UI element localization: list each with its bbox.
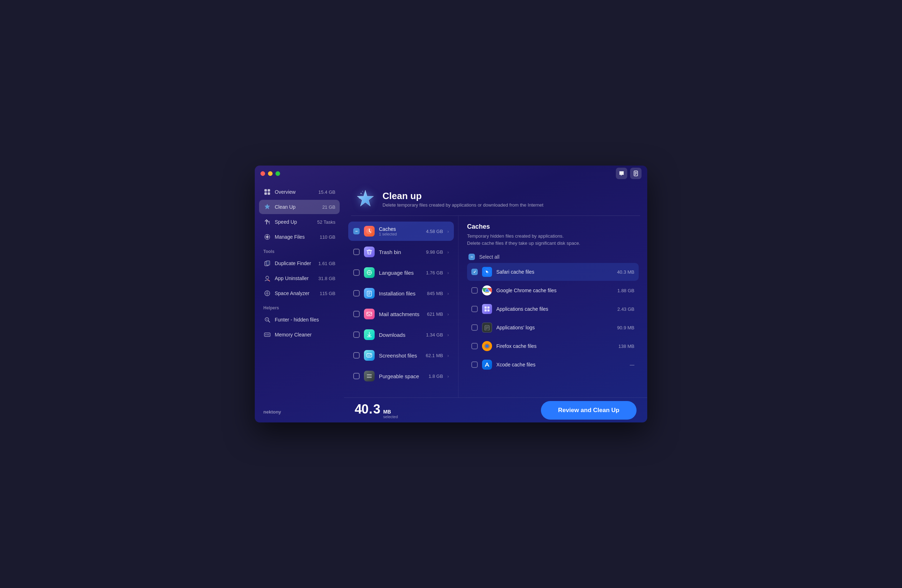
trash-checkbox[interactable] — [353, 249, 360, 255]
select-all-row: Select all — [467, 254, 639, 260]
caches-label: Caches — [379, 226, 422, 232]
size-unit-main: MB — [383, 409, 398, 414]
funter-icon — [263, 316, 271, 324]
detail-panel: Caches Temporary hidden files created by… — [458, 216, 647, 397]
purgeable-label: Purgeable space — [379, 373, 424, 379]
purgeable-icon — [364, 371, 375, 382]
sidebar-space-value: 115 GB — [320, 291, 335, 296]
sidebar-item-space[interactable]: Space Analyzer 115 GB — [259, 286, 340, 300]
svg-point-16 — [266, 276, 269, 279]
close-button[interactable] — [260, 171, 265, 176]
apps-logs-label: Applications' logs — [496, 325, 613, 330]
sidebar-item-funter[interactable]: Funter - hidden files — [259, 313, 340, 327]
content-area: Caches 1 selected 4.58 GB › — [344, 216, 647, 397]
svg-rect-25 — [267, 334, 268, 335]
safari-checkbox[interactable] — [471, 269, 478, 275]
maximize-button[interactable] — [276, 171, 280, 176]
managefiles-icon — [263, 233, 271, 241]
language-label: Language files — [379, 270, 422, 276]
sidebar-item-overview[interactable]: Overview 15.4 GB — [259, 185, 340, 199]
svg-rect-2 — [635, 173, 637, 174]
svg-line-21 — [268, 321, 270, 322]
installation-size: 845 MB — [427, 291, 443, 296]
mail-size: 621 MB — [427, 311, 443, 317]
brand-label: nektony — [259, 407, 340, 419]
mail-checkbox[interactable] — [353, 311, 360, 317]
sidebar-item-uninstaller[interactable]: App Uninstaller 31.8 GB — [259, 271, 340, 285]
sidebar-item-duplicate[interactable]: Duplicate Finder 1.61 GB — [259, 256, 340, 271]
downloads-size: 1.34 GB — [426, 332, 443, 338]
detail-description: Temporary hidden files created by applic… — [467, 233, 639, 247]
svg-rect-46 — [367, 374, 372, 375]
cache-item-apps-logs[interactable]: Applications' logs 90.9 MB — [467, 319, 639, 336]
purgeable-checkbox[interactable] — [353, 373, 360, 379]
cleanup-icon — [263, 203, 271, 211]
apps-logs-icon — [482, 322, 492, 333]
clipboard-icon-button[interactable] — [630, 168, 642, 179]
selected-size-display: 40 . 3 MB selected — [355, 402, 541, 419]
chat-icon-button[interactable] — [616, 168, 627, 179]
cache-item-apps-cache[interactable]: Applications cache files 2.43 GB — [467, 300, 639, 318]
space-icon — [263, 289, 271, 297]
category-item-trash[interactable]: Trash bin 9.98 GB › — [348, 242, 454, 261]
sidebar-overview-label: Overview — [275, 189, 315, 195]
apps-cache-checkbox[interactable] — [471, 306, 478, 312]
panel-header: Clean up Delete temporary files created … — [344, 181, 647, 216]
apps-cache-label: Applications cache files — [496, 306, 613, 312]
sidebar-memory-label: Memory Cleaner — [275, 332, 335, 338]
svg-rect-24 — [265, 334, 266, 335]
svg-point-29 — [362, 191, 363, 192]
category-item-mail[interactable]: Mail attachments 621 MB › — [348, 304, 454, 324]
cache-items-list: Safari cache files 40.3 MB — [467, 263, 639, 374]
svg-rect-15 — [266, 261, 270, 265]
screenshots-size: 62.1 MB — [426, 353, 443, 358]
chrome-checkbox[interactable] — [471, 287, 478, 294]
language-checkbox[interactable] — [353, 269, 360, 276]
sidebar-cleanup-value: 21 GB — [322, 205, 335, 210]
overview-icon — [263, 188, 271, 196]
svg-point-56 — [485, 289, 489, 292]
cache-item-safari[interactable]: Safari cache files 40.3 MB — [467, 263, 639, 281]
installation-checkbox[interactable] — [353, 290, 360, 297]
category-item-installation[interactable]: Installation files 845 MB › — [348, 284, 454, 303]
uninstaller-icon — [263, 274, 271, 282]
category-item-purgeable[interactable]: Purgeable space 1.8 GB › — [348, 366, 454, 386]
select-all-label: Select all — [479, 254, 500, 260]
sidebar-item-memory[interactable]: Memory Cleaner — [259, 328, 340, 342]
cache-item-chrome[interactable]: Google Chrome cache files 1.88 GB — [467, 281, 639, 299]
downloads-checkbox[interactable] — [353, 332, 360, 338]
titlebar-icons — [616, 168, 642, 179]
sidebar-item-managefiles[interactable]: Manage Files 110 GB — [259, 230, 340, 244]
installation-chevron: › — [448, 291, 449, 296]
sidebar-item-cleanup[interactable]: Clean Up 21 GB — [259, 200, 340, 214]
minimize-button[interactable] — [268, 171, 272, 176]
sidebar-item-speedup[interactable]: Speed Up 52 Tasks — [259, 215, 340, 229]
cache-item-firefox[interactable]: Firefox cache files 138 MB — [467, 337, 639, 355]
category-item-downloads[interactable]: Downloads 1.34 GB › — [348, 325, 454, 344]
firefox-cache-size: 138 MB — [619, 344, 634, 349]
safari-app-icon — [482, 267, 492, 277]
category-item-language[interactable]: Language files 1.76 GB › — [348, 263, 454, 282]
apps-logs-checkbox[interactable] — [471, 324, 478, 331]
select-all-checkbox[interactable] — [468, 254, 475, 260]
sidebar-duplicate-label: Duplicate Finder — [275, 260, 315, 266]
category-item-screenshots[interactable]: Screenshot files 62.1 MB › — [348, 346, 454, 365]
caches-checkbox[interactable] — [353, 228, 360, 235]
cleanup-button[interactable]: Review and Clean Up — [541, 401, 637, 419]
xcode-cache-label: Xcode cache files — [496, 362, 625, 368]
language-chevron: › — [448, 270, 449, 275]
svg-point-8 — [266, 236, 268, 238]
size-unit-sub: selected — [383, 414, 398, 419]
cache-item-xcode[interactable]: Xcode cache files — — [467, 356, 639, 374]
purgeable-size: 1.8 GB — [429, 374, 443, 379]
bottom-bar: 40 . 3 MB selected Review and Clean Up — [344, 397, 647, 422]
size-unit: MB selected — [383, 409, 398, 419]
category-item-caches[interactable]: Caches 1 selected 4.58 GB › — [348, 222, 454, 241]
svg-rect-6 — [265, 192, 267, 195]
screenshots-checkbox[interactable] — [353, 352, 360, 358]
firefox-checkbox[interactable] — [471, 343, 478, 349]
mail-chevron: › — [448, 311, 449, 317]
sidebar-uninstaller-value: 31.8 GB — [318, 276, 335, 281]
xcode-checkbox[interactable] — [471, 361, 478, 368]
downloads-chevron: › — [448, 332, 449, 338]
